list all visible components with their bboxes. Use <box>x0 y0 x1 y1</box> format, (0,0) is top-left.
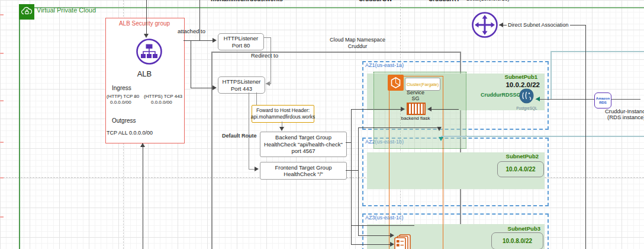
teal-line-vertical <box>550 51 552 100</box>
arrow-into-http-listener <box>212 38 217 43</box>
line-default-route-v <box>249 92 249 169</box>
vpc-icon[interactable] <box>19 4 34 20</box>
service-sg-box[interactable] <box>389 76 443 249</box>
service-label-line2: SG <box>411 95 419 101</box>
forward-rule-line2: api.mohammedfirdous.works <box>251 114 315 120</box>
container-icon[interactable] <box>407 103 426 115</box>
backend-tg-line1: Backend Target Group <box>275 134 331 141</box>
outgress-rule: TCP ALL 0.0.0.0/00 <box>107 130 153 136</box>
service-label-line1: Service <box>407 90 424 95</box>
arrow-into-backend-tg <box>279 127 284 131</box>
https-listener-node[interactable]: HTTPSListener Port 443 <box>218 76 265 94</box>
rds-icon-line1: Amazon <box>596 97 610 101</box>
rds-icon-line2: RDS <box>599 101 607 105</box>
ingress-title: Ingress <box>112 85 131 91</box>
redirect-line-2 <box>271 37 271 84</box>
outgress-title: Outgress <box>112 117 136 124</box>
clipped-route-table-label: CruddurRT <box>429 0 460 2</box>
line-backend-vertical <box>351 109 352 244</box>
cruddur-rds-sg-label: CruddurRDSSG <box>481 92 521 98</box>
alb-label: ALB <box>105 71 183 77</box>
task-definition-icon[interactable] <box>394 234 416 249</box>
ingress-https-cidr: 0.0.0.0/00 <box>151 99 172 106</box>
arrow-into-https-listener <box>212 85 217 90</box>
postgresql-label: PostgreSQL <box>514 105 539 111</box>
clipped-domain-label: mohammedfirdous.works <box>211 0 283 2</box>
teal-line-top <box>550 51 644 52</box>
line-frontend-vertical <box>358 127 359 235</box>
frontend-target-group-node[interactable]: Frontend Target Group HealthCheck "/" <box>260 162 347 180</box>
arrow-az3-feed-1 <box>390 233 394 238</box>
line-into-alb-sg <box>143 143 143 249</box>
cloud-map-line1: Cloud Map Namespace <box>330 37 385 43</box>
subnet-pub2-cidr[interactable]: 10.0.4.0/22 <box>497 161 544 177</box>
default-route-label: Default Route <box>222 133 257 139</box>
clipped-gateway-label: CruddurGW <box>359 0 392 2</box>
vpc-border-top <box>19 7 644 8</box>
line-https-to-forward <box>256 92 257 105</box>
attached-to-label: attached to <box>178 28 205 34</box>
arrow-into-frontend-tg <box>255 167 259 171</box>
line-az3-feed-1 <box>358 235 390 236</box>
line-into-alb <box>146 0 147 36</box>
arrow-into-alb <box>144 34 149 38</box>
https-listener-line1: HTTPSListener <box>223 78 261 85</box>
alb-icon[interactable] <box>136 38 163 68</box>
subnet-pub3-cidr[interactable]: 10.0.8.0/22 <box>491 232 543 249</box>
subnet-pub2-label: SubnetPub2 <box>474 153 539 159</box>
http-listener-node[interactable]: HTTPListener Port 80 <box>218 33 264 50</box>
guide-tick <box>0 177 4 178</box>
diagram-canvas: mohammedfirdous.works CruddurGW CruddurR… <box>0 0 644 249</box>
amazon-rds-icon[interactable]: Amazon RDS <box>594 92 611 108</box>
ingress-http-cidr: 0.0.0.0/00 <box>110 99 131 106</box>
teal-line-az2 <box>441 136 644 137</box>
arrow-az2-feed <box>437 127 442 131</box>
guide-tick <box>0 14 4 15</box>
arrow-az3-feed-2 <box>390 242 394 247</box>
direct-subnet-association-label: Direct Subnet Association <box>507 22 570 28</box>
teal-arrow-down <box>439 137 443 141</box>
line-into-flask-right <box>429 109 459 110</box>
line-az3-top-feed <box>351 225 414 226</box>
arrow-into-alb-sg <box>140 143 145 147</box>
frontend-tg-line2: HealthCheck "/" <box>284 171 323 178</box>
service-sg-label: Service SG <box>389 90 442 101</box>
forward-rule-line1: Foward to Host Header: <box>256 107 310 114</box>
subnet-pub1-label: SubnetPub1 <box>468 74 537 80</box>
subnet-association-icon[interactable] <box>471 11 498 41</box>
alb-security-group-title: ALB Security group <box>105 20 183 27</box>
clipped-local-route-label: Local(10.0.0.0/16) <box>466 0 510 2</box>
redirect-to-label: Redirect to <box>251 52 278 59</box>
subnet-association-vline <box>585 25 586 249</box>
line-attached-branch-v <box>191 40 191 88</box>
subnet-association-arrow <box>499 23 503 27</box>
az1-label: AZ1(us-east-1a) <box>365 62 404 68</box>
http-listener-line1: HTTPListener <box>224 35 259 42</box>
cloud-map-line2: Cruddur <box>348 43 368 49</box>
cloud-map-namespace-label: Cloud Map Namespace Cruddur <box>323 37 392 49</box>
cluster-fargate-label[interactable]: Cluster(Fargate) <box>407 82 439 87</box>
line-backend-tg-out <box>346 142 351 143</box>
rds-connection-line <box>536 99 640 100</box>
rds-instance-label-line2: (RDS instance) <box>607 114 644 120</box>
guide-tick <box>0 142 4 143</box>
vpc-label: Virtual Private Cloud <box>37 7 96 14</box>
frontend-tg-line1: Frontend Target Group <box>275 164 332 171</box>
subnet-pub3-label: SubnetPub3 <box>471 225 540 232</box>
guide-tick <box>0 100 4 101</box>
line-az2-feed <box>358 127 437 128</box>
backend-target-group-node[interactable]: Backend Target Group HealthCheck "api/he… <box>260 132 347 157</box>
forward-host-header-node[interactable]: Foward to Host Header: api.mohammedfirdo… <box>252 105 314 123</box>
backend-tg-line2: HealthCheck "api/health-check" <box>264 141 343 148</box>
line-alb-to-http <box>183 40 213 41</box>
rds-arrow-left <box>536 97 540 101</box>
guide-tick <box>0 216 4 218</box>
line-az3-feed-2 <box>351 244 390 245</box>
backend-tg-line3: port 4567 <box>291 148 315 155</box>
arrow-into-flask-right <box>427 107 432 111</box>
guide-tick <box>0 53 4 54</box>
vpc-border-left <box>19 7 20 249</box>
line-attached-branch-h <box>191 88 213 88</box>
backend-flask-label: backend flask <box>389 115 442 122</box>
http-listener-line2: Port 80 <box>232 42 250 49</box>
